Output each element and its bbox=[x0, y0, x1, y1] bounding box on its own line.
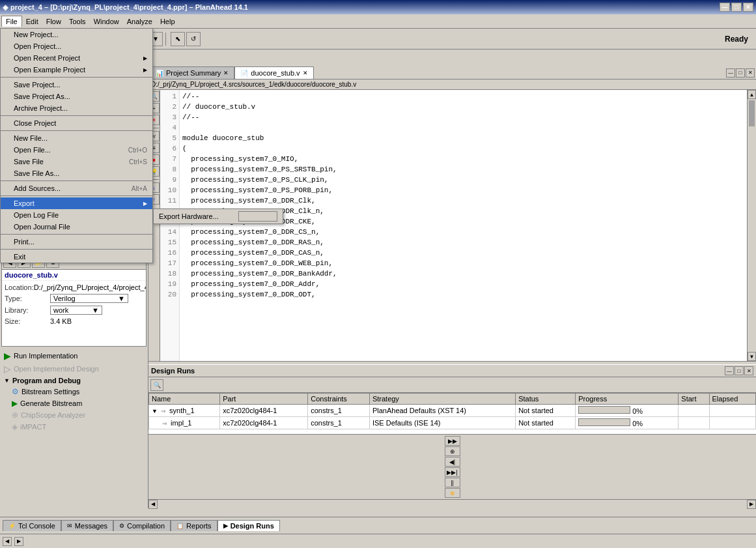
run-implementation-btn[interactable]: ▶ Run Implementation bbox=[1, 349, 147, 362]
menu-window[interactable]: Window bbox=[90, 16, 123, 27]
col-name[interactable]: Name bbox=[149, 394, 220, 405]
code-editor[interactable]: //-- // duocore_stub.v //-- module duoco… bbox=[180, 90, 747, 361]
generate-bitstream-item[interactable]: ▶ Generate Bitstream bbox=[1, 397, 147, 409]
editor-min-btn[interactable]: — bbox=[726, 68, 735, 78]
runs-max-btn[interactable]: □ bbox=[735, 366, 744, 375]
scroll-down-btn[interactable]: ▼ bbox=[748, 352, 756, 361]
col-status[interactable]: Status bbox=[516, 394, 576, 405]
bottom-tab-messages[interactable]: ✉ Messages bbox=[61, 520, 113, 531]
menu-save-project-as[interactable]: Save Project As... bbox=[1, 91, 152, 102]
menu-open-file[interactable]: Open File... Ctrl+O bbox=[1, 144, 152, 156]
menu-open-example[interactable]: Open Example Project ▶ bbox=[1, 64, 152, 76]
bottom-tab-tcl[interactable]: ⚡ Tcl Console bbox=[3, 520, 61, 531]
tab-project-summary[interactable]: 📊 Project Summary ✕ bbox=[150, 66, 234, 79]
prop-library-value[interactable]: work ▼ bbox=[50, 306, 102, 315]
col-elapsed[interactable]: Elapsed bbox=[709, 394, 755, 405]
menu-open-recent[interactable]: Open Recent Project ▶ bbox=[1, 52, 152, 64]
menu-help[interactable]: Help bbox=[156, 16, 179, 27]
runs-close-btn[interactable]: ✕ bbox=[744, 366, 753, 375]
runs-side-controls: ▶▶ ⊕ ◀| ▶▶| || ⊕ bbox=[148, 434, 756, 499]
menu-close-project[interactable]: Close Project bbox=[1, 117, 152, 129]
runs-search-btn[interactable]: 🔍 bbox=[150, 379, 163, 391]
toolbar-arrow-btn[interactable]: ⬉ bbox=[171, 32, 185, 46]
menu-save-file-as[interactable]: Save File As... bbox=[1, 167, 152, 179]
chip-icon: ⊕ bbox=[12, 411, 18, 420]
window-controls[interactable]: — □ ✕ bbox=[720, 3, 753, 12]
runs-ctrl-3[interactable]: ◀| bbox=[445, 457, 460, 467]
impact-item[interactable]: ◈ iMPACT bbox=[1, 421, 147, 433]
tab-label: duocore_stub.v bbox=[251, 69, 300, 77]
menu-exit[interactable]: Exit bbox=[1, 251, 152, 263]
menu-print[interactable]: Print... bbox=[1, 236, 152, 248]
runs-hscrollbar[interactable]: ◀ ▶ bbox=[148, 499, 756, 508]
menu-file[interactable]: File bbox=[1, 16, 22, 27]
tab-close-btn[interactable]: ✕ bbox=[223, 70, 229, 76]
editor-scrollbar[interactable]: ▲ ▼ bbox=[747, 90, 756, 361]
run-elapsed-cell bbox=[709, 405, 755, 417]
runs-ctrl-5[interactable]: || bbox=[445, 478, 460, 487]
run-progress-cell: 0% bbox=[576, 417, 679, 429]
toolbar-refresh-btn[interactable]: ↺ bbox=[186, 32, 201, 46]
maximize-button[interactable]: □ bbox=[731, 3, 742, 12]
menu-add-sources[interactable]: Add Sources... Alt+A bbox=[1, 182, 152, 194]
col-part[interactable]: Part bbox=[220, 394, 308, 405]
menu-separator-7 bbox=[1, 249, 152, 250]
program-debug-header[interactable]: ▼ Program and Debug bbox=[1, 375, 147, 386]
prop-library-label: Library: bbox=[5, 306, 50, 314]
status-text: Ready bbox=[725, 35, 753, 44]
col-progress[interactable]: Progress bbox=[576, 394, 679, 405]
menu-open-journal[interactable]: Open Journal File bbox=[1, 221, 152, 233]
tab-duocore-stub[interactable]: 📄 duocore_stub.v ✕ bbox=[234, 66, 313, 79]
runs-ctrl-6[interactable]: ⊕ bbox=[445, 488, 460, 498]
chipscope-item[interactable]: ⊕ ChipScope Analyzer bbox=[1, 409, 147, 421]
run-status-cell: Not started bbox=[516, 417, 576, 429]
bottom-tab-reports[interactable]: 📋 Reports bbox=[171, 520, 217, 531]
menu-flow[interactable]: Flow bbox=[42, 16, 65, 27]
runs-ctrl-4[interactable]: ▶▶| bbox=[445, 467, 460, 477]
open-implemented-btn[interactable]: ▷ Open Implemented Design bbox=[1, 362, 147, 375]
menu-archive-project[interactable]: Archive Project... bbox=[1, 102, 152, 114]
runs-min-btn[interactable]: — bbox=[725, 366, 734, 375]
table-row[interactable]: ⇒ impl_1 xc7z020clg484-1 constrs_1 ISE D… bbox=[149, 417, 756, 429]
menu-open-log[interactable]: Open Log File bbox=[1, 209, 152, 221]
bottom-tab-design-runs[interactable]: ▶ Design Runs bbox=[217, 520, 280, 531]
bottom-tab-compilation[interactable]: ⚙ Compilation bbox=[113, 520, 171, 531]
run-status-cell: Not started bbox=[516, 405, 576, 417]
export-progress bbox=[238, 211, 277, 222]
prop-type-value[interactable]: Verilog ▼ bbox=[50, 294, 128, 303]
bitstream-settings-item[interactable]: ⚙ Bitstream Settings bbox=[1, 386, 147, 397]
menu-new-project[interactable]: New Project... bbox=[1, 29, 152, 40]
menu-save-file[interactable]: Save File Ctrl+S bbox=[1, 156, 152, 167]
col-constraints[interactable]: Constraints bbox=[308, 394, 370, 405]
col-strategy[interactable]: Strategy bbox=[369, 394, 515, 405]
scroll-thumb[interactable] bbox=[749, 100, 755, 126]
minimize-button[interactable]: — bbox=[720, 3, 730, 12]
run-part-cell: xc7z020clg484-1 bbox=[220, 405, 308, 417]
run-start-cell bbox=[679, 417, 709, 429]
status-nav-right[interactable]: ▶ bbox=[14, 537, 23, 546]
runs-ctrl-1[interactable]: ▶▶ bbox=[445, 436, 460, 446]
menu-export[interactable]: Export ▶ bbox=[1, 197, 152, 209]
progress-pct: 0% bbox=[632, 407, 643, 415]
scroll-left-btn[interactable]: ◀ bbox=[148, 500, 158, 509]
editor-panel-controls[interactable]: — □ ✕ bbox=[726, 68, 755, 78]
table-row[interactable]: ▼ ⇒ synth_1 xc7z020clg484-1 constrs_1 Pl… bbox=[149, 405, 756, 417]
editor-max-btn[interactable]: □ bbox=[736, 68, 745, 78]
menu-new-file[interactable]: New File... bbox=[1, 132, 152, 144]
tab-close-btn[interactable]: ✕ bbox=[303, 70, 308, 76]
menu-export-hardware[interactable]: Export Hardware... bbox=[154, 209, 283, 224]
runs-panel-controls[interactable]: — □ ✕ bbox=[725, 366, 753, 375]
menu-tools[interactable]: Tools bbox=[65, 16, 90, 27]
menu-analyze[interactable]: Analyze bbox=[123, 16, 156, 27]
status-nav-left[interactable]: ◀ bbox=[3, 537, 12, 546]
runs-ctrl-2[interactable]: ⊕ bbox=[445, 446, 460, 456]
editor-close-btn[interactable]: ✕ bbox=[746, 68, 755, 78]
menu-open-project[interactable]: Open Project... bbox=[1, 40, 152, 52]
scroll-right-btn[interactable]: ▶ bbox=[747, 500, 756, 509]
scroll-up-btn[interactable]: ▲ bbox=[748, 90, 756, 99]
menu-edit[interactable]: Edit bbox=[22, 16, 42, 27]
menu-save-project[interactable]: Save Project... bbox=[1, 79, 152, 91]
menu-separator-4 bbox=[1, 180, 152, 181]
close-button[interactable]: ✕ bbox=[743, 3, 753, 12]
col-start[interactable]: Start bbox=[679, 394, 709, 405]
